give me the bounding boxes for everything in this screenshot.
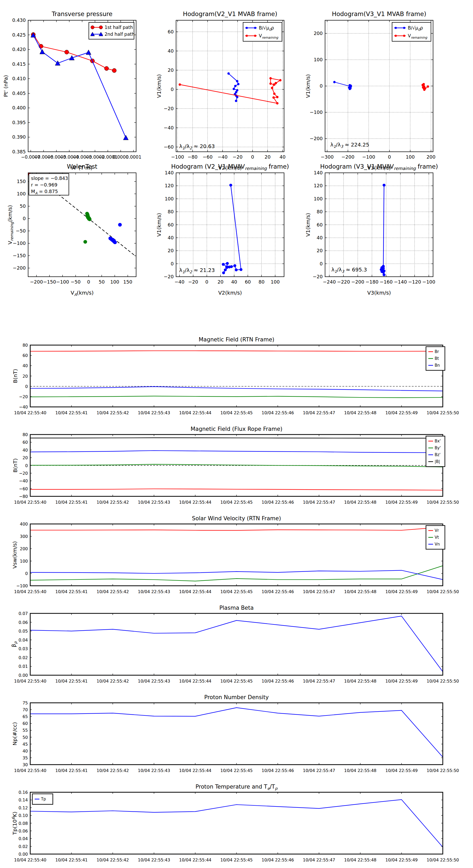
x-tick-label: 10/04 22:55:44: [179, 410, 211, 415]
y-tick-label: 40: [23, 448, 28, 453]
y-tick-label: 0: [171, 87, 174, 92]
y-tick-label: 60: [23, 353, 28, 358]
x-tick-label: 10/04 22:55:46: [262, 858, 294, 863]
y-tick-label: 200: [20, 546, 28, 551]
y-tick-label: 0.14: [19, 798, 28, 803]
y-tick-label: 150: [17, 179, 26, 184]
y-tick-label: 0.390: [12, 134, 26, 140]
y-tick-label: 0.07: [19, 611, 28, 616]
y-tick-label: −100: [310, 110, 323, 115]
x-tick-label: −60: [203, 154, 212, 160]
x-tick-label: 10/04 22:55:46: [262, 500, 294, 505]
legend-label: Vr: [435, 528, 439, 533]
series-blue-points: [108, 223, 122, 244]
x-tick-label: 20: [265, 154, 271, 160]
plot-title: Magnetic Field (RTN Frame): [199, 336, 274, 343]
y-axis-label: Vsw(km/s): [11, 541, 18, 568]
series-b-mag: [30, 438, 443, 438]
series-tp: [30, 800, 443, 847]
y-tick-label: 100: [20, 559, 28, 564]
series-bx-prime: [30, 489, 443, 490]
y-tick-label: 0.00: [19, 673, 28, 678]
x-axis-label: VA​(km/s): [71, 289, 94, 297]
y-tick-label: −60: [164, 144, 174, 150]
legend-label: Tp: [41, 797, 46, 802]
x-tick-label: −200: [351, 279, 364, 285]
series-b-field: [222, 184, 242, 274]
y-tick-label: 0.02: [19, 655, 28, 660]
series-second-half-path: [31, 33, 128, 140]
series-b-field: [380, 184, 385, 276]
plot-title: Proton Temperature and Te​/Tp​: [196, 783, 278, 791]
x-tick-label: 10/04 22:55:45: [220, 768, 252, 773]
figure: −0.0007−0.0006−0.0005−0.0004−0.0003−0.00…: [0, 0, 473, 868]
x-tick-label: 10/04 22:55:47: [303, 410, 335, 415]
plot-magnetic-field-flux-rope: 10/04 22:55:4010/04 22:55:4110/04 22:55:…: [12, 426, 459, 505]
x-axis-label: V2(km/s): [218, 289, 242, 296]
x-tick-label: 10/04 22:55:43: [138, 410, 170, 415]
plot-proton-temperature: 10/04 22:55:4010/04 22:55:4110/04 22:55:…: [11, 783, 459, 863]
axes-box: [30, 524, 443, 586]
plot-title: Hodogram(V2_V1 MVAB frame): [183, 10, 277, 18]
y-tick-label: −150: [13, 253, 26, 258]
y-tick-label: 0.00: [19, 852, 28, 857]
x-tick-label: 10/04 22:55:44: [179, 589, 211, 594]
x-tick-label: 10/04 22:55:47: [303, 679, 335, 684]
x-tick-label: 150: [123, 279, 132, 285]
y-axis-label: B(nT): [12, 458, 19, 472]
y-tick-label: 0.10: [19, 813, 28, 818]
x-tick-label: 10/04 22:55:44: [179, 768, 211, 773]
plot-title: Hodogram (V2_V1 MVAVremaining​ frame): [171, 163, 289, 171]
x-tick-label: 10/04 22:55:50: [427, 858, 459, 863]
x-tick-label: −140: [394, 279, 407, 285]
plot-title: Plasma Beta: [219, 605, 254, 611]
x-tick-label: 10/04 22:55:48: [344, 410, 376, 415]
x-tick-label: 100: [406, 154, 415, 160]
x-tick-label: 10/04 22:55:40: [14, 768, 46, 773]
legend-label: Vn: [435, 542, 440, 547]
axes-box: [30, 703, 443, 765]
y-tick-label: 0.395: [12, 120, 26, 125]
x-tick-label: 10/04 22:55:49: [385, 500, 417, 505]
x-tick-label: −100: [422, 279, 435, 285]
stats-inset: slope = −0.843r = −0.969MA​ = 0.875: [29, 174, 69, 195]
y-tick-label: −20: [164, 106, 174, 111]
x-tick-label: −200: [30, 279, 43, 285]
y-tick-label: 0.425: [12, 32, 26, 38]
plot-hodogram-v2v1-mvav: −40−20020406080100−20020406080100120140H…: [156, 163, 289, 296]
y-axis-label: V1(km/s): [305, 74, 311, 98]
x-tick-label: 10/04 22:55:50: [427, 589, 459, 594]
y-tick-label: 400: [20, 522, 28, 527]
x-tick-label: 10/04 22:55:40: [14, 858, 46, 863]
y-tick-label: 20: [317, 248, 323, 253]
y-tick-label: 45: [23, 742, 28, 747]
x-axis-label: V3(km/s): [367, 289, 391, 296]
legend: B/√µ0​ρVremaining​: [243, 22, 282, 41]
y-tick-label: 65: [23, 714, 28, 719]
x-tick-label: 10/04 22:55:40: [14, 500, 46, 505]
x-tick-label: 10/04 22:55:46: [262, 589, 294, 594]
plot-title: Transverse pressure: [52, 10, 112, 18]
y-tick-label: 80: [317, 209, 323, 214]
plot-hodogram-v3v1-mvav: −240−220−200−180−160−140−120−100−2002040…: [305, 163, 438, 296]
x-tick-label: −180: [366, 279, 378, 285]
series-green-points: [83, 212, 92, 244]
y-tick-label: 20: [23, 455, 28, 460]
y-tick-label: 50: [20, 203, 26, 209]
series-v-remaining: [179, 77, 281, 104]
y-tick-label: 0.415: [12, 61, 26, 67]
y-tick-label: 70: [23, 707, 28, 712]
y-tick-label: −20: [19, 471, 28, 476]
x-tick-label: −100: [56, 279, 69, 285]
plot-title: WalenTest: [67, 163, 98, 170]
x-tick-label: 10/04 22:55:50: [427, 768, 459, 773]
x-tick-label: −40: [217, 154, 228, 160]
x-tick-label: 10/04 22:55:44: [179, 858, 211, 863]
x-tick-label: 10/04 22:55:43: [138, 500, 170, 505]
y-tick-label: 55: [23, 728, 28, 733]
y-tick-label: 40: [317, 235, 323, 240]
x-tick-label: 10/04 22:55:50: [427, 410, 459, 415]
y-axis-label: V1(km/s): [156, 74, 162, 98]
y-tick-label: 0.16: [19, 790, 28, 795]
y-axis-label: Tp(106​K): [11, 811, 18, 835]
